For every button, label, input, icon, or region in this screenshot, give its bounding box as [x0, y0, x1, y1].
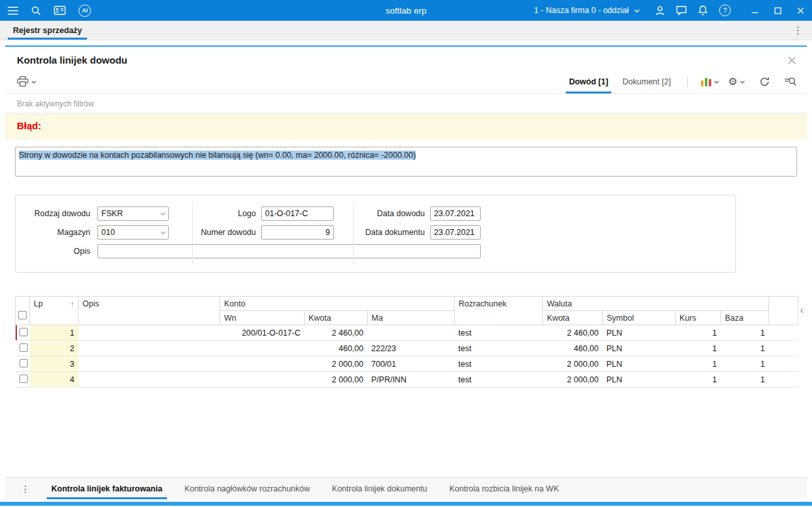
row-checkbox[interactable] [19, 359, 28, 367]
close-window-button[interactable] [797, 7, 804, 14]
refresh-icon[interactable] [759, 77, 770, 87]
tab-rejestr-sprzedazy[interactable]: Rejestr sprzedaży [5, 21, 90, 40]
cell-waluta-kurs[interactable]: 1 [676, 341, 721, 356]
cell-konto-ma[interactable]: 222/23 [368, 341, 455, 356]
table-row[interactable]: 2 460,00 222/23 test 460,00 PLN 1 1 [16, 341, 798, 356]
header-rozrachunek[interactable]: Rozrachunek [455, 297, 543, 325]
close-panel-icon[interactable] [787, 56, 796, 65]
cell-waluta-baza[interactable]: 1 [721, 341, 769, 356]
cell-waluta-symbol[interactable]: PLN [603, 325, 676, 341]
cell-waluta-kurs[interactable]: 1 [676, 325, 721, 341]
table-row[interactable]: 3 2 000,00 700/01 test 2 000,00 PLN 1 1 [16, 356, 798, 372]
data-dokumentu-input[interactable] [430, 225, 481, 240]
cell-rozrachunek[interactable]: test [455, 325, 543, 341]
cell-waluta-kwota[interactable]: 2 000,00 [543, 372, 603, 388]
cell-konto-wn[interactable] [220, 341, 305, 356]
table-row[interactable]: 4 2 000,00 P/PR/INN test 2 000,00 PLN 1 … [16, 372, 798, 388]
cell-konto-kwota[interactable]: 2 460,00 [305, 325, 368, 341]
row-checkbox[interactable] [19, 328, 28, 336]
print-icon[interactable] [17, 76, 29, 87]
settings-dropdown-chevron-icon[interactable] [740, 80, 745, 84]
cell-opis[interactable] [79, 372, 220, 388]
view-tab-dowod[interactable]: Dowód [1] [562, 69, 615, 93]
cell-opis[interactable] [79, 341, 220, 356]
error-message-box[interactable]: Strony w dowodzie na kontach pozabilanso… [15, 147, 797, 177]
cell-waluta-baza[interactable]: 1 [721, 356, 769, 372]
chart-dropdown-chevron-icon[interactable] [714, 80, 719, 84]
bottom-tabs-more-icon[interactable]: ⋮ [10, 478, 40, 499]
print-dropdown-chevron-icon[interactable] [31, 80, 36, 84]
header-ma[interactable]: Ma [368, 311, 455, 325]
header-lp[interactable]: Lp ↑ [30, 297, 79, 325]
cell-waluta-symbol[interactable]: PLN [603, 341, 676, 356]
header-waluta-group[interactable]: Waluta [543, 297, 769, 311]
tabstrip-more-icon[interactable]: ⋮ [793, 21, 803, 40]
chat-icon[interactable] [676, 6, 687, 16]
data-dowodu-input[interactable] [430, 206, 481, 221]
cell-waluta-kurs[interactable]: 1 [676, 356, 721, 372]
bottom-tab-kontrola-linijek-dokumentu[interactable]: Kontrola linijek dokumentu [321, 478, 438, 499]
cell-waluta-kwota[interactable]: 460,00 [543, 341, 603, 356]
cell-waluta-kwota[interactable]: 2 000,00 [543, 356, 603, 372]
company-selector[interactable]: 1 - Nasza firma 0 - oddział [534, 6, 640, 15]
cell-opis[interactable] [79, 325, 220, 341]
cell-waluta-symbol[interactable]: PLN [603, 372, 676, 388]
cell-waluta-baza[interactable]: 1 [721, 325, 769, 341]
horizontal-scrollbar[interactable] [0, 502, 812, 506]
contact-card-icon[interactable] [54, 6, 66, 15]
cell-konto-wn[interactable]: 200/01-O-017-C [220, 325, 305, 341]
cell-rozrachunek[interactable]: test [455, 372, 543, 388]
cell-konto-ma[interactable] [368, 325, 455, 341]
numer-dowodu-input[interactable] [261, 225, 334, 240]
help-icon[interactable]: ? [719, 5, 731, 16]
cell-konto-kwota[interactable]: 2 000,00 [305, 372, 368, 388]
sort-ascending-icon[interactable]: ↑ [71, 300, 75, 308]
header-kurs[interactable]: Kurs [676, 311, 721, 325]
logo-input[interactable] [261, 206, 334, 221]
header-opis[interactable]: Opis [79, 297, 220, 325]
cell-lp[interactable]: 2 [30, 341, 79, 356]
notifications-bell-icon[interactable] [698, 5, 707, 16]
cell-waluta-baza[interactable]: 1 [721, 372, 769, 388]
hamburger-menu-icon[interactable] [8, 6, 18, 15]
header-wn[interactable]: Wn [220, 311, 305, 325]
header-symbol[interactable]: Symbol [603, 311, 676, 325]
cell-rozrachunek[interactable]: test [455, 356, 543, 372]
cell-lp[interactable]: 3 [30, 356, 79, 372]
grid-search-icon[interactable] [784, 77, 796, 87]
cell-opis[interactable] [79, 356, 220, 372]
cell-konto-wn[interactable] [220, 356, 305, 372]
cell-lp[interactable]: 4 [30, 372, 79, 388]
magazyn-select[interactable]: 010 [97, 225, 169, 240]
minimize-button[interactable] [752, 7, 759, 14]
ai-assistant-icon[interactable]: AI [79, 5, 91, 17]
bottom-tab-kontrola-linijek-fakturowania[interactable]: Kontrola linijek fakturowania [40, 478, 173, 499]
header-konto-group[interactable]: Konto [220, 297, 455, 311]
cell-lp[interactable]: 1 [30, 325, 79, 341]
opis-input[interactable] [97, 244, 481, 258]
header-waluta-kwota[interactable]: Kwota [543, 311, 603, 325]
table-row[interactable]: 1 200/01-O-017-C 2 460,00 test 2 460,00 … [16, 325, 798, 341]
maximize-button[interactable] [774, 7, 781, 14]
cell-konto-kwota[interactable]: 2 000,00 [305, 356, 368, 372]
cell-waluta-kurs[interactable]: 1 [676, 372, 721, 388]
header-konto-kwota[interactable]: Kwota [305, 311, 368, 325]
chart-icon[interactable] [701, 77, 711, 86]
rodzaj-dowodu-select[interactable]: FSKR [97, 206, 169, 221]
cell-konto-wn[interactable] [220, 372, 305, 388]
user-icon[interactable] [655, 6, 665, 16]
bottom-tab-kontrola-naglowkow-rozrachunkow[interactable]: Kontrola nagłówków rozrachunków [173, 478, 321, 499]
scroll-left-chevron-icon[interactable]: ‹ [800, 305, 804, 315]
search-icon[interactable] [31, 6, 41, 16]
select-all-checkbox[interactable] [18, 311, 27, 319]
cell-waluta-symbol[interactable]: PLN [603, 356, 676, 372]
row-checkbox[interactable] [19, 343, 28, 352]
header-baza[interactable]: Baza [721, 311, 769, 325]
cell-waluta-kwota[interactable]: 2 460,00 [543, 325, 603, 341]
view-tab-dokument[interactable]: Dokument [2] [615, 69, 678, 93]
settings-gear-icon[interactable]: ⚙ [728, 77, 737, 87]
cell-rozrachunek[interactable]: test [455, 341, 543, 356]
row-checkbox[interactable] [19, 375, 28, 383]
cell-konto-ma[interactable]: P/PR/INN [368, 372, 455, 388]
cell-konto-ma[interactable]: 700/01 [368, 356, 455, 372]
